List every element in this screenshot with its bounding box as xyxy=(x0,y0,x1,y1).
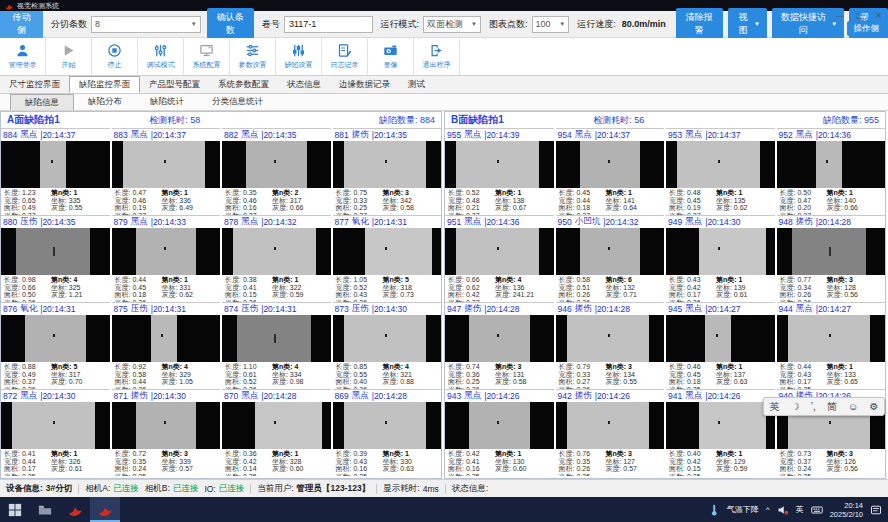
defect-image[interactable] xyxy=(112,141,221,188)
defect-card[interactable]: 954 黑点 |20:14:37 长度: 0.45 宽度: 0.44 面积: 0… xyxy=(556,128,665,215)
slit-count-select[interactable]: 8 ▼ xyxy=(91,16,201,33)
defect-image[interactable] xyxy=(445,141,554,188)
defect-image[interactable] xyxy=(445,402,554,449)
imaging-button[interactable]: 显像 xyxy=(368,38,414,75)
start-button[interactable]: 开始 xyxy=(46,38,92,75)
defect-image[interactable] xyxy=(777,228,886,275)
run-mode-select[interactable]: 双面检测 ▼ xyxy=(423,16,481,33)
defect-image[interactable] xyxy=(333,141,442,188)
gear-icon[interactable]: ⚙ xyxy=(869,401,878,412)
defect-card[interactable]: 883 黑点 |20:14:37 长度: 0.47 宽度: 0.46 面积: 0… xyxy=(112,128,221,215)
defect-card[interactable]: 873 压伤 |20:14:30 长度: 0.85 宽度: 0.55 面积: 0… xyxy=(333,302,442,389)
tab-system-param-config[interactable]: 系统参数配置 xyxy=(209,76,278,93)
view-menu-button[interactable]: 视图 ▼ xyxy=(728,8,767,40)
defect-card[interactable]: 949 黑点 |20:14:30 长度: 0.43 宽度: 0.42 面积: 0… xyxy=(666,215,775,302)
volume-muted-icon[interactable] xyxy=(777,504,789,516)
defect-image[interactable] xyxy=(777,141,886,188)
defect-image[interactable] xyxy=(556,315,665,362)
stop-button[interactable]: 停止 xyxy=(92,38,138,75)
defect-image[interactable] xyxy=(333,315,442,362)
defect-settings-button[interactable]: 缺陷设置 xyxy=(276,38,322,75)
defect-image[interactable] xyxy=(1,228,110,275)
defect-image[interactable] xyxy=(666,141,775,188)
tab-size-monitor[interactable]: 尺寸监控界面 xyxy=(0,76,69,93)
defect-image[interactable] xyxy=(556,141,665,188)
drive-side-button[interactable]: 传动侧 xyxy=(0,11,43,38)
emoji-icon[interactable]: ☺ xyxy=(848,401,858,412)
defect-card[interactable]: 943 黑点 |20:14:26 长度: 0.42 宽度: 0.41 面积: 0… xyxy=(445,389,554,476)
maximize-button[interactable]: ▢ xyxy=(856,11,864,20)
defect-card[interactable]: 881 搓伤 |20:14:35 长度: 0.75 宽度: 0.33 面积: 0… xyxy=(333,128,442,215)
defect-image[interactable] xyxy=(666,315,775,362)
defect-card[interactable]: 880 压伤 |20:14:35 长度: 0.98 宽度: 0.66 面积: 0… xyxy=(1,215,110,302)
defect-card[interactable]: 877 氧化 |20:14:31 长度: 1.05 宽度: 0.52 面积: 0… xyxy=(333,215,442,302)
admin-login-button[interactable]: 管理登录 xyxy=(0,38,46,75)
defect-image[interactable] xyxy=(333,228,442,275)
clear-alarm-button[interactable]: 清除报警 xyxy=(676,8,723,40)
file-explorer-button[interactable] xyxy=(30,497,60,522)
defect-card[interactable]: 944 黑点 |20:14:27 长度: 0.44 宽度: 0.43 面积: 0… xyxy=(777,302,886,389)
defect-image[interactable] xyxy=(556,402,665,449)
close-button[interactable]: ✕ xyxy=(875,11,882,20)
tab-edge-data-record[interactable]: 边缘数据记录 xyxy=(330,76,399,93)
tray-expand-chevron[interactable]: ^ xyxy=(766,505,770,514)
defect-image[interactable] xyxy=(333,402,442,449)
defect-card[interactable]: 951 黑点 |20:14:36 长度: 0.66 宽度: 0.62 面积: 0… xyxy=(445,215,554,302)
defect-card[interactable]: 941 黑点 |20:14:26 长度: 0.40 宽度: 0.42 面积: 0… xyxy=(666,389,775,476)
tab-test[interactable]: 测试 xyxy=(399,76,434,93)
ime-simplified-toggle[interactable]: 简 xyxy=(827,400,837,414)
defect-card[interactable]: 884 黑点 |20:14:37 长度: 1.23 宽度: 0.65 面积: 0… xyxy=(1,128,110,215)
subtab-defect-statistics[interactable]: 缺陷统计 xyxy=(136,94,198,110)
defect-card[interactable]: 955 黑点 |20:14:39 长度: 0.52 宽度: 0.48 面积: 0… xyxy=(445,128,554,215)
roll-number-input[interactable]: 3117-1 xyxy=(284,16,373,33)
thermometer-icon[interactable] xyxy=(708,504,720,516)
touch-keyboard-icon[interactable] xyxy=(811,504,823,516)
defect-image[interactable] xyxy=(112,402,221,449)
ime-english-toggle[interactable]: 英 xyxy=(770,400,780,414)
tab-product-model-config[interactable]: 产品型号配置 xyxy=(140,76,209,93)
defect-image[interactable] xyxy=(112,315,221,362)
defect-image[interactable] xyxy=(1,315,110,362)
parameter-settings-button[interactable]: 参数设置 xyxy=(230,38,276,75)
subtab-defect-distribution[interactable]: 缺陷分布 xyxy=(74,94,136,110)
defect-image[interactable] xyxy=(445,228,554,275)
notification-center-icon[interactable] xyxy=(870,504,882,516)
defect-card[interactable]: 882 黑点 |20:14:35 长度: 0.35 宽度: 0.46 面积: 0… xyxy=(222,128,331,215)
defect-card[interactable]: 942 搓伤 |20:14:26 长度: 0.76 宽度: 0.35 面积: 0… xyxy=(556,389,665,476)
debug-mode-button[interactable]: 调试模式 xyxy=(138,38,184,75)
defect-image[interactable] xyxy=(222,228,331,275)
defect-card[interactable]: 876 氧化 |20:14:31 长度: 0.88 宽度: 0.49 面积: 0… xyxy=(1,302,110,389)
defect-card[interactable]: 950 小凹坑 |20:14:32 长度: 0.58 宽度: 0.51 面积: … xyxy=(556,215,665,302)
defect-image[interactable] xyxy=(1,402,110,449)
defect-card[interactable]: 946 搓伤 |20:14:28 长度: 0.79 宽度: 0.33 面积: 0… xyxy=(556,302,665,389)
defect-image[interactable] xyxy=(777,315,886,362)
quick-access-menu-button[interactable]: 数据快捷访问 ▼ xyxy=(772,8,844,40)
subtab-class-info-statistics[interactable]: 分类信息统计 xyxy=(198,94,277,110)
defect-image[interactable] xyxy=(112,228,221,275)
defect-card[interactable]: 878 黑点 |20:14:32 长度: 0.38 宽度: 0.41 面积: 0… xyxy=(222,215,331,302)
weather-text[interactable]: 气温下降 xyxy=(727,504,759,515)
defect-card[interactable]: 879 黑点 |20:14:33 长度: 0.44 宽度: 0.45 面积: 0… xyxy=(112,215,221,302)
chart-points-select[interactable]: 100 ▼ xyxy=(532,16,570,33)
defect-card[interactable]: 870 黑点 |20:14:28 长度: 0.36 宽度: 0.42 面积: 0… xyxy=(222,389,331,476)
moon-icon[interactable]: ☽ xyxy=(791,401,800,412)
operation-side-button[interactable]: 操作侧 xyxy=(847,21,887,36)
start-menu-button[interactable] xyxy=(0,497,30,522)
defect-card[interactable]: 875 压伤 |20:14:31 长度: 0.92 宽度: 0.58 面积: 0… xyxy=(112,302,221,389)
app-taskbar-icon-2-active[interactable] xyxy=(90,497,120,522)
defect-card[interactable]: 874 压伤 |20:14:31 长度: 1.10 宽度: 0.61 面积: 0… xyxy=(222,302,331,389)
app-taskbar-icon-1[interactable] xyxy=(60,497,90,522)
defect-image[interactable] xyxy=(666,228,775,275)
confirm-count-button[interactable]: 确认条数 xyxy=(207,8,254,40)
defect-image[interactable] xyxy=(222,141,331,188)
system-config-button[interactable]: 系统配置 xyxy=(184,38,230,75)
defect-image[interactable] xyxy=(556,228,665,275)
defect-card[interactable]: 871 搓伤 |20:14:30 长度: 0.72 宽度: 0.35 面积: 0… xyxy=(112,389,221,476)
exit-program-button[interactable]: 退出程序 xyxy=(414,38,460,75)
defect-image[interactable] xyxy=(445,315,554,362)
defect-card[interactable]: 948 搓伤 |20:14:28 长度: 0.77 宽度: 0.34 面积: 0… xyxy=(777,215,886,302)
log-record-button[interactable]: 日志记录 xyxy=(322,38,368,75)
defect-image[interactable] xyxy=(1,141,110,188)
defect-card[interactable]: 953 黑点 |20:14:37 长度: 0.48 宽度: 0.45 面积: 0… xyxy=(666,128,775,215)
defect-image[interactable] xyxy=(222,402,331,449)
